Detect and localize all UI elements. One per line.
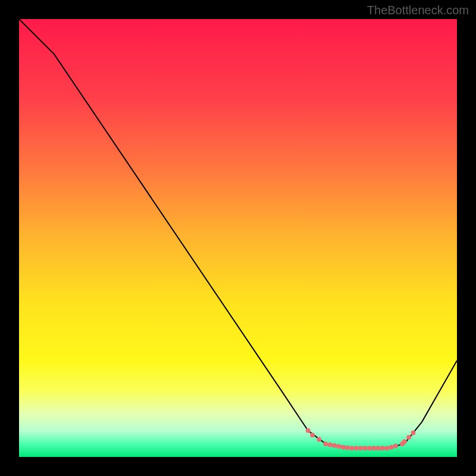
curve-overlay xyxy=(19,19,457,457)
marker-point xyxy=(354,446,359,450)
marker-point xyxy=(358,446,363,450)
chart-container xyxy=(19,19,457,457)
marker-point xyxy=(393,444,398,449)
marker-point xyxy=(349,446,354,450)
marker-point xyxy=(411,431,415,436)
marker-group xyxy=(306,428,416,450)
marker-point xyxy=(345,446,350,450)
marker-point xyxy=(317,437,321,442)
marker-point xyxy=(384,446,389,450)
marker-point xyxy=(323,441,328,446)
marker-point xyxy=(371,446,376,450)
watermark-text: TheBottleneck.com xyxy=(367,4,469,17)
marker-point xyxy=(389,445,394,450)
marker-point xyxy=(310,433,315,437)
marker-point xyxy=(362,446,367,450)
marker-point xyxy=(380,446,385,450)
marker-point xyxy=(406,435,411,440)
bottleneck-curve xyxy=(19,19,457,448)
marker-point xyxy=(402,439,407,444)
marker-point xyxy=(306,428,311,433)
marker-point xyxy=(328,442,333,447)
marker-point xyxy=(341,445,346,450)
marker-point xyxy=(332,443,337,448)
marker-point xyxy=(336,444,341,449)
marker-point xyxy=(376,446,381,450)
marker-point xyxy=(367,446,372,450)
